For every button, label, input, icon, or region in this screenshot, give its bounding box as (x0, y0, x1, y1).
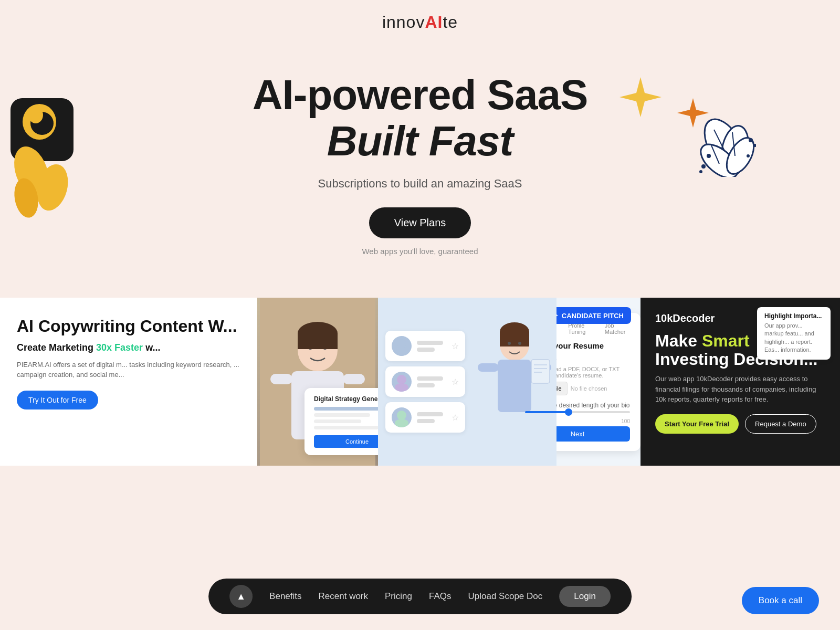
ai-copy-subtitle: Create Marketing 30x Faster w... (17, 342, 240, 353)
candidate-right: ✦ CANDIDATE PITCH (472, 298, 640, 466)
profile-card-2: ☆ (385, 366, 465, 397)
step-3: Job Matcher (605, 322, 630, 335)
candidate-card: ☆ ☆ (378, 298, 640, 466)
upload-file-name: No file chosen (571, 382, 607, 395)
svg-rect-30 (298, 333, 338, 349)
step-2: Profile Tuning (568, 322, 596, 335)
svg-rect-39 (498, 360, 531, 412)
star-icon: ☆ (452, 413, 459, 423)
star-icon: ☆ (452, 377, 459, 387)
hero-title-line2: Built Fast (327, 118, 513, 164)
person-illustration (472, 298, 556, 466)
hero-title-line1: AI-powered SaaS (253, 71, 588, 118)
svg-point-49 (518, 342, 521, 345)
logo-highlight: AI (425, 13, 443, 32)
candidate-inner: ☆ ☆ (378, 298, 640, 466)
profile-line (417, 348, 435, 352)
upload-slider[interactable] (525, 411, 630, 413)
svg-point-36 (395, 419, 408, 427)
svg-rect-26 (343, 374, 365, 384)
svg-point-34 (395, 383, 408, 392)
up-arrow-icon: ▲ (236, 591, 246, 602)
digital-strategy-card: Digital Strategy Generator Continue (304, 388, 378, 455)
profile-avatar-2 (392, 372, 412, 392)
logo-suffix: te (443, 13, 458, 32)
header: innovAIte (0, 0, 840, 40)
digital-strategy-btn[interactable]: Continue (314, 435, 378, 448)
profile-lines-3 (417, 412, 446, 423)
decoder-buttons: Start Your Free Trial Request a Demo (655, 414, 825, 434)
logo-prefix: innov (382, 13, 425, 32)
bottom-nav: ▲ Benefits Recent work Pricing FAQs Uplo… (208, 579, 632, 614)
svg-rect-42 (531, 360, 550, 383)
ai-copywriting-card: AI Copywriting Content W... Create Marke… (0, 298, 257, 466)
digital-card-title: Digital Strategy Generator (314, 395, 378, 403)
range-max: 100 (621, 418, 630, 424)
nav-recent-work[interactable]: Recent work (319, 591, 368, 602)
start-trial-button[interactable]: Start Your Free Trial (655, 414, 739, 434)
svg-point-48 (508, 342, 511, 345)
svg-rect-25 (270, 374, 292, 384)
profile-line (417, 419, 435, 423)
profile-lines-1 (417, 341, 446, 352)
svg-point-35 (397, 411, 406, 420)
svg-rect-47 (500, 332, 529, 346)
photo-card: Digital Strategy Generator Continue (257, 298, 378, 466)
profile-line (417, 383, 435, 387)
profile-lines-2 (417, 376, 446, 387)
nav-upload-scope[interactable]: Upload Scope Doc (468, 591, 543, 602)
hero-content: AI-powered SaaS Built Fast Subscriptions… (0, 40, 840, 298)
hero-subtitle: Subscriptions to build an amazing SaaS (318, 177, 522, 191)
decoder-card: Highlight Importa... Our app prov... mar… (640, 298, 840, 466)
profile-avatar-1 (392, 336, 412, 356)
try-it-out-button[interactable]: Try It Out for Free (17, 391, 98, 410)
upload-slider-row (525, 411, 630, 413)
view-plans-button[interactable]: View Plans (369, 207, 471, 238)
request-demo-button[interactable]: Request a Demo (745, 414, 816, 434)
nav-faqs[interactable]: FAQs (429, 591, 452, 602)
decode-hl-body: Our app prov... markup featu... and high… (764, 322, 823, 354)
scroll-up-button[interactable]: ▲ (229, 585, 253, 608)
profile-line (417, 341, 443, 345)
digital-card-line4 (314, 426, 378, 429)
star-icon: ☆ (452, 341, 459, 351)
decoder-desc: Our web app 10kDecoder provides easy acc… (655, 374, 825, 405)
slider-thumb (565, 408, 572, 416)
nav-pricing[interactable]: Pricing (385, 591, 412, 602)
login-button[interactable]: Login (559, 586, 611, 607)
nav-benefits[interactable]: Benefits (269, 591, 301, 602)
decode-hl-title: Highlight Importa... (764, 312, 823, 320)
decoder-highlight: Smart (702, 331, 750, 350)
decode-highlight-card: Highlight Importa... Our app prov... mar… (757, 307, 831, 360)
profile-card-1: ☆ (385, 331, 465, 361)
svg-point-32 (395, 348, 408, 356)
cards-row: AI Copywriting Content W... Create Marke… (0, 298, 840, 466)
hero-guarantee: Web apps you'll love, guaranteed (362, 247, 478, 256)
book-call-button[interactable]: Book a call (742, 587, 819, 614)
ai-copy-desc: PIEARM.AI offers a set of digital m... t… (17, 360, 240, 380)
logo[interactable]: innovAIte (382, 13, 458, 32)
digital-card-line1 (314, 407, 378, 411)
digital-card-line2 (314, 413, 370, 417)
profile-line (417, 412, 443, 416)
candidate-pitch-badge: ✦ CANDIDATE PITCH (545, 307, 631, 324)
slider-fill (525, 411, 567, 413)
svg-point-31 (397, 339, 406, 349)
profile-line (417, 376, 443, 381)
hero-title: AI-powered SaaS Built Fast (253, 72, 588, 164)
ai-copy-title: AI Copywriting Content W... (17, 317, 240, 336)
pitch-badge-text: CANDIDATE PITCH (562, 312, 624, 320)
candidate-profiles: ☆ ☆ (378, 298, 472, 466)
svg-point-33 (397, 375, 406, 384)
svg-rect-40 (478, 363, 499, 372)
profile-avatar-3 (392, 407, 412, 427)
profile-card-3: ☆ (385, 402, 465, 433)
hero-section: AI-powered SaaS Built Fast Subscriptions… (0, 40, 840, 298)
digital-card-line3 (314, 419, 361, 423)
